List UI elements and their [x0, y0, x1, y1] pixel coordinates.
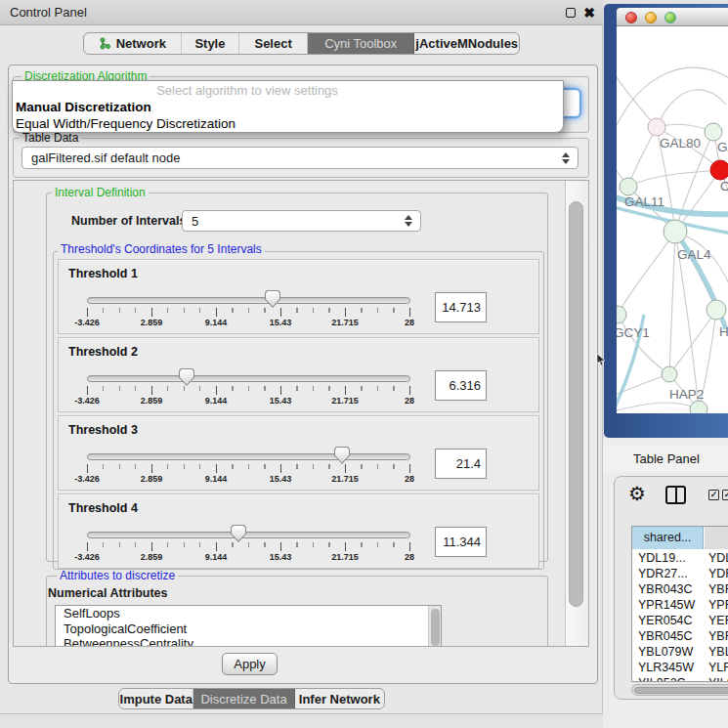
checkbox-icon[interactable]: ✓	[722, 490, 728, 500]
mouse-cursor	[596, 354, 606, 366]
tab-select[interactable]: Select	[239, 33, 308, 54]
tick-label: 2.859	[127, 318, 176, 327]
threshold-2-slider-thumb[interactable]	[179, 368, 194, 386]
node-label-gal4: GAL4	[677, 247, 711, 262]
table-panel-region: Table Panel ⚙ ✓ ✓ shared... na YDL19...Y…	[603, 438, 728, 728]
node-label-gal80: GAL80	[660, 136, 701, 150]
split-columns-icon[interactable]	[665, 486, 686, 504]
node-bottom[interactable]	[690, 401, 707, 413]
threshold-1-slider-thumb[interactable]	[265, 290, 280, 308]
tick-label: 9.144	[192, 396, 240, 406]
apply-button[interactable]: Apply	[222, 653, 278, 675]
tab-network[interactable]: Network	[84, 33, 182, 54]
dropdown-option-equal-width-frequency[interactable]: Equal Width/Frequency Discretization	[16, 116, 236, 131]
table-horizontal-scrollbar-thumb[interactable]	[634, 687, 728, 694]
tab-jactivemnodules[interactable]: jActiveMNodules	[414, 33, 519, 54]
node-h[interactable]	[707, 300, 726, 320]
float-window-icon[interactable]	[566, 8, 576, 18]
table-row[interactable]: YBL079WYBL0	[632, 644, 728, 660]
settings-scrollbar-thumb[interactable]	[569, 201, 583, 607]
cell-name: YLR3	[708, 660, 728, 675]
gear-icon[interactable]: ⚙	[628, 482, 646, 505]
tick-label: 28	[385, 318, 434, 327]
table-row[interactable]: YIL052CYIL0	[632, 675, 728, 682]
tick-label: 28	[385, 396, 434, 406]
node-top-right[interactable]	[705, 123, 722, 141]
threshold-2-slider-track[interactable]	[87, 375, 410, 382]
threshold-3-slider-thumb[interactable]	[334, 447, 350, 464]
node-gcy1[interactable]	[617, 306, 626, 323]
checkbox-icon[interactable]: ✓	[708, 490, 719, 500]
tab-style-label: Style	[194, 36, 225, 51]
settings-scrollbar[interactable]	[565, 181, 589, 647]
threshold-2-value-field[interactable]: 6.316	[435, 370, 487, 401]
tick-label: 21.715	[321, 552, 369, 562]
threshold-4-value-field[interactable]: 11.344	[435, 527, 487, 557]
cell-name: YDR2	[708, 566, 728, 581]
cell-name: YBR0	[708, 628, 728, 644]
tab-style[interactable]: Style	[182, 33, 240, 54]
dropdown-prompt: Select algorithm to view settings	[13, 83, 482, 98]
zoom-traffic-light-icon[interactable]	[664, 12, 676, 23]
list-scrollbar-thumb[interactable]	[431, 609, 440, 646]
list-item-topologicalcoefficient[interactable]: TopologicalCoefficient	[56, 621, 441, 637]
node-gal11[interactable]	[620, 178, 637, 195]
table-row[interactable]: YBR045CYBR0	[632, 628, 728, 644]
network-canvas[interactable]: GAL80 GA C GAL11 GAL4 GCY1 H HAP2	[617, 26, 728, 413]
top-tab-bar: Network Style Select Cyni Toolbox jActiv…	[83, 32, 520, 55]
tab-impute-data[interactable]: Impute Data	[119, 689, 193, 708]
node-selected-red[interactable]	[710, 160, 728, 180]
tab-infer-network[interactable]: Infer Network	[295, 689, 384, 708]
threshold-4-slider-track[interactable]	[87, 532, 410, 538]
tick-label: -3.426	[63, 474, 111, 484]
column-header-shared-name[interactable]: shared...	[632, 527, 704, 549]
control-panel-titlebar: Control Panel ✖	[0, 0, 603, 25]
dropdown-option-manual-discretization[interactable]: Manual Discretization	[16, 100, 151, 114]
table-row[interactable]: YPR145WYPR1	[632, 597, 728, 613]
list-scrollbar[interactable]	[428, 606, 441, 647]
threshold-2-panel: Threshold 2 -3.426 2.859 9.144 15.43 21.…	[58, 337, 539, 412]
threshold-1-value-field[interactable]: 14.713	[435, 292, 487, 322]
table-row[interactable]: YER054CYER0	[632, 613, 728, 628]
cell-shared-name: YBL079W	[638, 644, 703, 660]
tab-infer-network-label: Infer Network	[299, 692, 380, 707]
tick-label: -3.426	[63, 552, 111, 562]
threshold-3-value-field[interactable]: 21.4	[435, 449, 487, 479]
list-item-selfloops[interactable]: SelfLoops	[56, 606, 441, 621]
cell-name: YBR0	[708, 581, 728, 597]
tick-label: 2.859	[127, 552, 176, 562]
node-gal80[interactable]	[648, 118, 665, 136]
close-icon[interactable]: ✖	[583, 4, 595, 21]
threshold-4-label: Threshold 4	[68, 501, 138, 515]
table-panel-header: Table Panel	[603, 445, 728, 472]
tab-cyni-toolbox-label: Cyni Toolbox	[324, 36, 397, 51]
column-header-name[interactable]: na	[705, 527, 728, 549]
tick-label: 21.715	[321, 474, 369, 484]
threshold-1-slider-track[interactable]	[87, 297, 410, 304]
number-of-intervals-combobox[interactable]: 5	[182, 210, 421, 232]
list-item-betweennesscentrality[interactable]: BetweennessCentrality	[56, 636, 441, 647]
minimize-traffic-light-icon[interactable]	[645, 12, 657, 23]
network-icon	[99, 37, 111, 50]
threshold-4-slider-thumb[interactable]	[231, 525, 246, 542]
tick-label: 28	[385, 474, 434, 484]
tab-discretize-data[interactable]: Discretize Data	[193, 689, 294, 708]
table-data-combobox[interactable]: galFiltered.sif default node	[21, 147, 578, 169]
interval-definition-group-label: Interval Definition	[52, 187, 149, 199]
node-label-gcy1: GCY1	[617, 325, 650, 340]
node-hap2[interactable]	[662, 366, 677, 382]
stepper-arrows-icon	[562, 152, 571, 164]
table-row[interactable]: YLR345WYLR3	[632, 660, 728, 675]
slider-ticks	[87, 542, 410, 551]
network-window-titlebar	[617, 8, 728, 26]
control-panel-window: Control Panel ✖ Network Style Select Cyn…	[0, 0, 603, 714]
table-horizontal-scrollbar[interactable]	[631, 684, 728, 696]
tab-cyni-toolbox[interactable]: Cyni Toolbox	[308, 33, 415, 54]
table-row[interactable]: YDL19...YDL1	[632, 550, 728, 566]
table-row[interactable]: YDR27...YDR2	[632, 566, 728, 581]
table-panel-box: ⚙ ✓ ✓ shared... na YDL19...YDL1 YDR27...…	[614, 476, 728, 700]
threshold-3-slider-track[interactable]	[87, 453, 410, 460]
table-row[interactable]: YBR043CYBR0	[632, 581, 728, 597]
close-traffic-light-icon[interactable]	[625, 12, 637, 23]
node-gal4[interactable]	[664, 220, 687, 243]
